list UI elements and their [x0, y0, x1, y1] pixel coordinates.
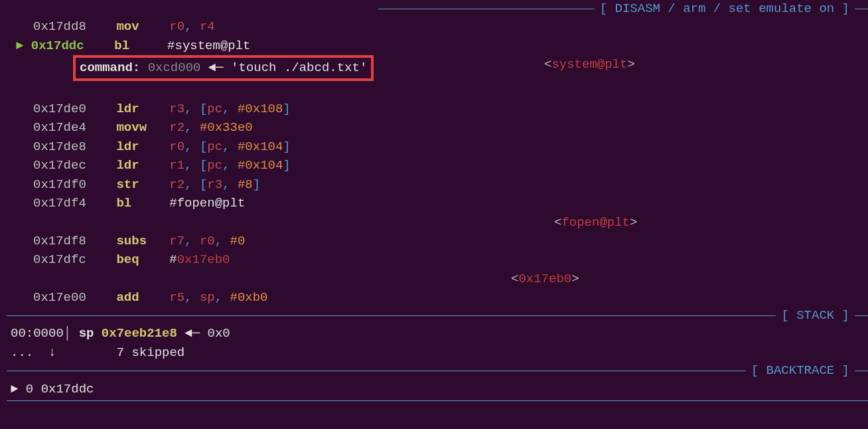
- disasm-row-current: ► 0x17ddc bl #system@plt <system@plt>: [7, 37, 868, 56]
- disasm-row: 0x17dfc beq #0x17eb0 <0x17eb0>: [7, 250, 868, 270]
- disasm-row: 0x17df8 subs r7, r0, #0: [7, 232, 868, 251]
- disasm-row: 0x17de8 ldr r0, [pc, #0x104]: [7, 137, 868, 157]
- backtrace-row: ► 0 0x17ddc: [7, 379, 868, 399]
- backtrace-marker-icon: ►: [11, 382, 18, 396]
- disasm-row: 0x17de4 movw r2, #0x33e0: [7, 118, 868, 137]
- disasm-row: 0x17df4 bl #fopen@plt <fopen@plt>: [7, 194, 868, 213]
- disasm-row: 0x17de0 ldr r3, [pc, #0x108]: [7, 100, 868, 119]
- disasm-row: 0x17e00 add r5, sp, #0xb0: [7, 288, 868, 307]
- stack-section-header: [ STACK ]: [7, 308, 868, 323]
- disasm-section-header: [ DISASM / arm / set emulate on ]: [7, 1, 868, 16]
- current-marker-icon: ►: [16, 39, 23, 53]
- disasm-row: 0x17dd8 mov r0, r4: [7, 17, 868, 37]
- command-annotation: command: 0xcd000 ◄─ 'touch ./abcd.txt': [7, 55, 868, 81]
- disasm-label: [ DISASM / arm / set emulate on ]: [595, 1, 855, 16]
- stack-skip-row: ... ↓ 7 skipped: [7, 343, 868, 363]
- bottom-divider: [7, 400, 868, 401]
- down-arrow-icon: ↓: [48, 345, 56, 360]
- backtrace-label: [ BACKTRACE ]: [746, 363, 855, 378]
- stack-label: [ STACK ]: [776, 308, 855, 323]
- disasm-row: 0x17dec ldr r1, [pc, #0x104]: [7, 156, 868, 175]
- disasm-row: 0x17df0 str r2, [r3, #8]: [7, 175, 868, 195]
- backtrace-section-header: [ BACKTRACE ]: [7, 363, 868, 378]
- stack-row: 00:0000│ sp 0x7eeb21e8 ◄─ 0x0: [7, 324, 868, 343]
